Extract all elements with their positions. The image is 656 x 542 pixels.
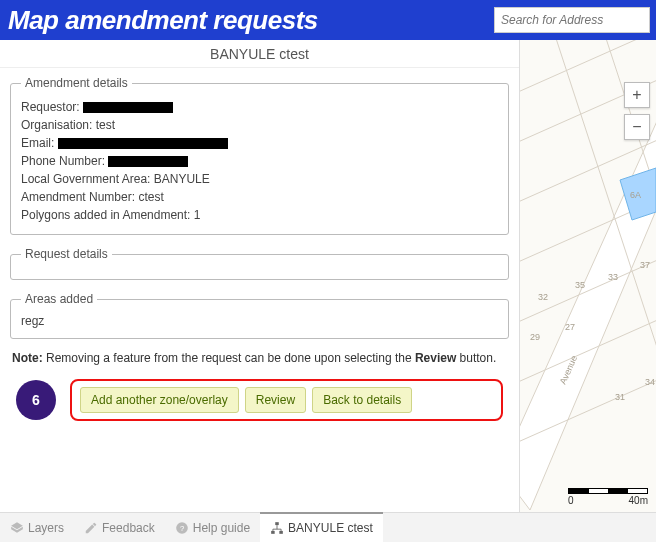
tab-help[interactable]: ? Help guide — [165, 513, 260, 542]
tab-active-amendment[interactable]: BANYULE ctest — [260, 512, 383, 542]
tab-feedback-label: Feedback — [102, 521, 155, 535]
tab-layers-label: Layers — [28, 521, 64, 535]
requestor-value-redacted — [83, 102, 173, 113]
lga-label: Local Government Area: — [21, 172, 150, 186]
address-search-input[interactable] — [494, 7, 650, 33]
svg-rect-14 — [275, 522, 279, 525]
pencil-icon — [84, 521, 98, 535]
action-callout: Add another zone/overlay Review Back to … — [70, 379, 503, 421]
areas-added-group: Areas added regz — [10, 292, 509, 339]
step-badge: 6 — [16, 380, 56, 420]
lga-value: BANYULE — [154, 172, 210, 186]
request-details-group: Request details — [10, 247, 509, 280]
organisation-label: Organisation: — [21, 118, 92, 132]
sitemap-icon — [270, 521, 284, 535]
amendno-label: Amendment Number: — [21, 190, 135, 204]
note-review-word: Review — [415, 351, 456, 365]
note-prefix: Note: — [12, 351, 43, 365]
app-title: Map amendment requests — [8, 5, 494, 36]
parcel-label: 32 — [538, 292, 548, 302]
panel-title: BANYULE ctest — [210, 46, 309, 62]
scale-from: 0 — [568, 495, 574, 506]
request-details-legend: Request details — [21, 247, 112, 261]
zoom-out-button[interactable]: − — [624, 114, 650, 140]
zoom-in-button[interactable]: + — [624, 82, 650, 108]
amendno-value: ctest — [138, 190, 163, 204]
parcel-label: 37 — [640, 260, 650, 270]
map-canvas[interactable]: 6A 32 35 33 37 29 27 31 34 Avenue + − — [520, 40, 656, 512]
svg-rect-16 — [279, 531, 283, 534]
amendment-details-legend: Amendment details — [21, 76, 132, 90]
scale-to: 40m — [629, 495, 648, 506]
amendment-details-group: Amendment details Requestor: Organisatio… — [10, 76, 509, 235]
layers-icon — [10, 521, 24, 535]
parcel-label: 34 — [645, 377, 655, 387]
phone-label: Phone Number: — [21, 154, 105, 168]
svg-rect-15 — [271, 531, 275, 534]
footer-tabs: Layers Feedback ? Help guide BANYULE cte… — [0, 512, 656, 542]
polygons-label: Polygons added in Amendment: — [21, 208, 190, 222]
scale-bar: 0 40m — [568, 488, 648, 506]
minus-icon: − — [632, 118, 641, 136]
removal-note: Note: Removing a feature from the reques… — [12, 351, 507, 365]
top-bar: Map amendment requests — [0, 0, 656, 40]
areas-added-legend: Areas added — [21, 292, 97, 306]
areas-added-text: regz — [21, 314, 498, 328]
email-value-redacted — [58, 138, 228, 149]
note-part-a: Removing a feature from the request can … — [43, 351, 415, 365]
organisation-value: test — [96, 118, 115, 132]
tab-feedback[interactable]: Feedback — [74, 513, 165, 542]
parcel-label: 6A — [630, 190, 641, 200]
polygons-value: 1 — [194, 208, 201, 222]
review-button[interactable]: Review — [245, 387, 306, 413]
parcel-label: 27 — [565, 322, 575, 332]
phone-value-redacted — [108, 156, 188, 167]
tab-help-label: Help guide — [193, 521, 250, 535]
svg-text:?: ? — [180, 523, 184, 532]
add-zone-button[interactable]: Add another zone/overlay — [80, 387, 239, 413]
plus-icon: + — [632, 86, 641, 104]
parcel-label: 31 — [615, 392, 625, 402]
tab-layers[interactable]: Layers — [0, 513, 74, 542]
step-number: 6 — [32, 392, 40, 408]
requestor-label: Requestor: — [21, 100, 80, 114]
parcel-label: 29 — [530, 332, 540, 342]
parcel-label: 33 — [608, 272, 618, 282]
email-label: Email: — [21, 136, 54, 150]
amendment-panel: BANYULE ctest ‹ Amendment details Reques… — [0, 40, 520, 512]
tab-active-label: BANYULE ctest — [288, 521, 373, 535]
help-icon: ? — [175, 521, 189, 535]
parcel-label: 35 — [575, 280, 585, 290]
note-part-b: button. — [456, 351, 496, 365]
back-to-details-button[interactable]: Back to details — [312, 387, 412, 413]
